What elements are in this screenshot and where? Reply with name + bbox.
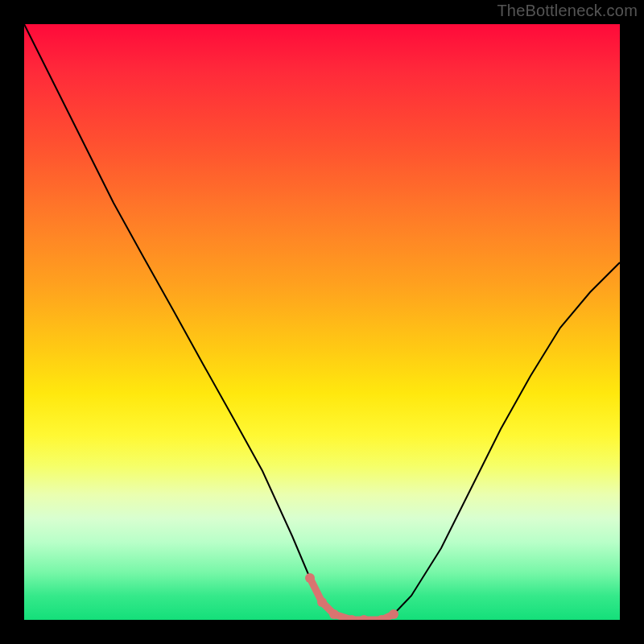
highlight-dot <box>317 597 327 607</box>
watermark-text: TheBottleneck.com <box>497 2 638 20</box>
chart-container: TheBottleneck.com <box>0 0 644 644</box>
highlight-dot <box>305 573 315 583</box>
curve-layer <box>24 24 620 620</box>
plot-area <box>24 24 620 620</box>
highlight-dot <box>359 615 369 620</box>
bottleneck-curve <box>24 24 620 620</box>
highlight-dot <box>389 609 398 619</box>
highlight-dot <box>329 609 339 619</box>
